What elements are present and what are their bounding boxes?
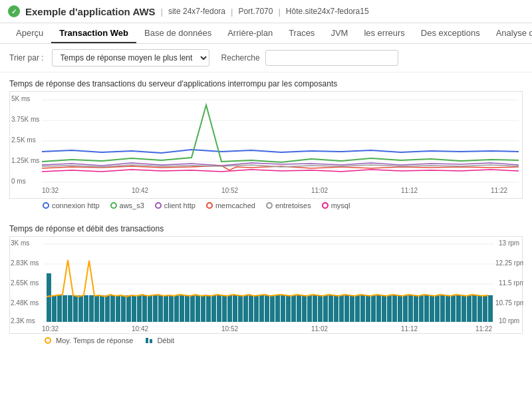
svg-rect-49: [142, 295, 147, 322]
legend-dot-entretoises: [266, 202, 273, 209]
svg-rect-87: [344, 295, 349, 322]
svg-rect-34: [63, 295, 67, 322]
svg-rect-78: [297, 295, 301, 322]
svg-rect-63: [217, 295, 221, 322]
svg-text:11:02: 11:02: [311, 325, 328, 332]
legend-line-icon: [43, 336, 53, 344]
svg-rect-40: [94, 295, 99, 322]
svg-rect-57: [185, 295, 190, 322]
svg-text:2.5K ms: 2.5K ms: [11, 136, 36, 144]
legend-moy-temps: Moy. Temps de réponse: [43, 336, 133, 344]
svg-rect-33: [57, 295, 62, 322]
svg-rect-66: [233, 295, 237, 322]
tab-jvm[interactable]: JVM: [323, 23, 356, 43]
svg-text:5K ms: 5K ms: [11, 95, 30, 102]
legend-memcached: memcached: [206, 201, 255, 209]
chart2-section: Temps de réponse et débit des transactio…: [0, 217, 532, 350]
tab-traces[interactable]: Traces: [281, 23, 323, 43]
svg-rect-94: [382, 295, 386, 322]
search-input[interactable]: [265, 50, 398, 66]
svg-rect-55: [174, 295, 179, 322]
svg-rect-106: [446, 295, 450, 322]
svg-rect-88: [350, 295, 354, 322]
tab-base-donnees[interactable]: Base de données: [136, 23, 219, 43]
svg-rect-83: [323, 295, 328, 322]
svg-rect-37: [78, 295, 83, 322]
sort-select[interactable]: Temps de réponse moyen le plus lent: [52, 49, 209, 66]
tab-transaction-web[interactable]: Transaction Web: [51, 23, 136, 43]
svg-text:10 rpm: 10 rpm: [499, 317, 519, 325]
tab-apercu[interactable]: Aperçu: [8, 23, 51, 43]
svg-rect-56: [180, 295, 184, 322]
svg-rect-80: [307, 295, 312, 322]
svg-rect-60: [201, 295, 205, 322]
chart1-legend: connexion http aws_s3 client http memcac…: [9, 199, 523, 211]
svg-text:11:22: 11:22: [491, 187, 507, 194]
svg-rect-36: [73, 295, 78, 322]
status-icon: [8, 5, 20, 17]
svg-rect-50: [148, 295, 152, 322]
svg-rect-91: [366, 295, 370, 322]
tab-bar: Aperçu Transaction Web Base de données A…: [0, 23, 532, 44]
legend-debit: Débit: [144, 336, 174, 344]
legend-label-aws-s3: aws_s3: [120, 201, 144, 209]
svg-rect-111: [472, 295, 477, 322]
tab-arriere-plan[interactable]: Arrière-plan: [219, 23, 281, 43]
chart1-title: Temps de réponse des transactions du ser…: [9, 79, 523, 88]
svg-rect-41: [100, 295, 104, 322]
svg-rect-109: [462, 295, 466, 322]
sep1: |: [161, 7, 163, 17]
svg-text:2.48K ms: 2.48K ms: [11, 299, 39, 307]
svg-rect-86: [339, 295, 344, 322]
chart2-svg: 3K ms 2.83K ms 2.65K ms 2.48K ms 2.3K ms…: [10, 237, 523, 333]
svg-rect-112: [477, 295, 482, 322]
svg-rect-81: [313, 295, 317, 322]
svg-text:13 rpm: 13 rpm: [499, 239, 519, 247]
svg-rect-42: [105, 295, 110, 322]
svg-rect-38: [84, 295, 88, 322]
tab-erreurs[interactable]: les erreurs: [356, 23, 412, 43]
svg-text:11:02: 11:02: [311, 187, 328, 194]
svg-rect-72: [265, 295, 269, 322]
svg-rect-104: [435, 295, 440, 322]
svg-rect-71: [259, 295, 264, 322]
legend-dot-connexion: [43, 202, 49, 209]
tab-exceptions[interactable]: Des exceptions: [413, 23, 488, 43]
svg-rect-110: [467, 295, 471, 322]
chart2-title: Temps de réponse et débit des transactio…: [9, 224, 523, 233]
legend-dot-aws-s3: [110, 202, 117, 209]
chart2-legend: Moy. Temps de réponse Débit: [9, 334, 523, 346]
legend-mysql: mysql: [322, 201, 350, 209]
legend-label-debit: Débit: [157, 336, 174, 344]
svg-rect-85: [334, 295, 338, 322]
svg-rect-100: [414, 295, 418, 322]
svg-text:3K ms: 3K ms: [11, 239, 29, 247]
svg-rect-96: [392, 295, 397, 322]
svg-rect-107: [451, 295, 456, 322]
legend-label-moy: Moy. Temps de réponse: [56, 336, 133, 344]
tab-rum[interactable]: Analyse du RUM: [488, 23, 532, 43]
svg-text:2.65K ms: 2.65K ms: [11, 279, 39, 287]
sep3: |: [278, 7, 280, 17]
chart1-svg: 5K ms 3.75K ms 2.5K ms 1.25K ms 0 ms 10:…: [10, 92, 523, 198]
svg-rect-46: [126, 295, 131, 322]
svg-text:11:22: 11:22: [475, 325, 492, 332]
svg-rect-45: [121, 295, 126, 322]
svg-text:1.25K ms: 1.25K ms: [11, 157, 39, 164]
svg-rect-51: [153, 295, 158, 322]
svg-rect-61: [206, 295, 211, 322]
search-label: Recherche: [221, 53, 260, 63]
svg-rect-84: [329, 295, 333, 322]
svg-text:11:12: 11:12: [401, 187, 418, 194]
svg-rect-64: [222, 295, 227, 322]
svg-rect-105: [440, 295, 445, 322]
legend-label-entretoises: entretoises: [275, 201, 311, 209]
svg-rect-44: [116, 295, 120, 322]
legend-label-mysql: mysql: [331, 201, 350, 209]
svg-text:10:32: 10:32: [42, 325, 59, 332]
svg-rect-102: [424, 295, 429, 322]
legend-entretoises: entretoises: [266, 201, 311, 209]
svg-rect-54: [169, 295, 174, 322]
svg-point-121: [45, 338, 51, 343]
svg-rect-123: [150, 339, 152, 343]
